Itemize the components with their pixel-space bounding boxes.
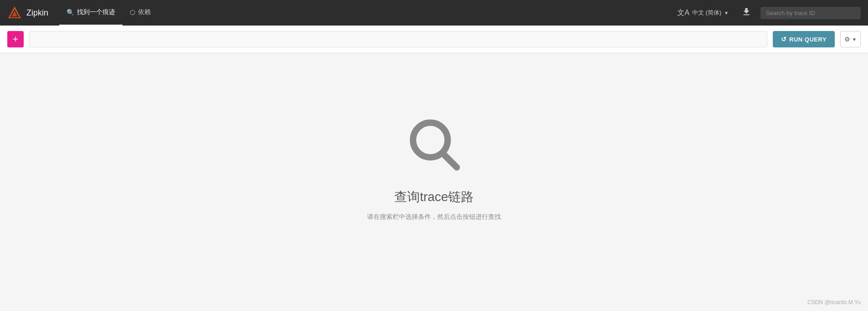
nav-dependencies-label: 依赖	[138, 8, 151, 16]
lang-label: 中文 (简体)	[692, 9, 721, 17]
main-nav: 🔍 找到一个痕迹 ⬡ 依赖	[59, 0, 674, 26]
run-query-button[interactable]: ↺ RUN QUERY	[773, 31, 835, 47]
search-illustration	[402, 114, 466, 177]
dependencies-nav-icon: ⬡	[130, 9, 135, 16]
refresh-icon: ↺	[781, 36, 787, 43]
trace-id-search-input[interactable]	[761, 7, 861, 19]
add-criterion-button[interactable]: +	[7, 31, 24, 47]
svg-line-4	[443, 154, 457, 167]
gear-icon: ⚙	[844, 36, 850, 43]
nav-dependencies[interactable]: ⬡ 依赖	[123, 0, 158, 26]
empty-state-subtitle: 请在搜索栏中选择条件，然后点击按钮进行查找	[367, 213, 501, 221]
nav-find-trace-label: 找到一个痕迹	[77, 8, 115, 16]
nav-find-trace[interactable]: 🔍 找到一个痕迹	[59, 0, 123, 26]
upload-button[interactable]	[738, 5, 755, 21]
footer-credit: CSDN @ricardo.M.Yu	[807, 299, 861, 306]
language-selector[interactable]: 文A 中文 (简体) ▼	[674, 6, 732, 20]
upload-icon	[741, 7, 751, 17]
settings-button[interactable]: ⚙ ▼	[840, 31, 861, 47]
run-query-label: RUN QUERY	[789, 36, 827, 43]
chevron-down-icon: ▼	[724, 10, 729, 16]
empty-state-title: 查询trace链路	[394, 188, 474, 206]
search-nav-icon: 🔍	[66, 9, 74, 16]
app-title: Zipkin	[26, 8, 48, 18]
navbar: Zipkin 🔍 找到一个痕迹 ⬡ 依赖 文A 中文 (简体) ▼	[0, 0, 868, 26]
brand: Zipkin	[7, 5, 48, 20]
search-bar[interactable]	[29, 31, 767, 47]
toolbar: + ↺ RUN QUERY ⚙ ▼	[0, 26, 868, 53]
plus-icon: +	[13, 33, 19, 45]
zipkin-logo	[7, 5, 22, 20]
translate-icon: 文A	[677, 8, 689, 18]
main-content: 查询trace链路 请在搜索栏中选择条件，然后点击按钮进行查找	[0, 53, 868, 281]
navbar-right: 文A 中文 (简体) ▼	[674, 5, 861, 21]
empty-state: 查询trace链路 请在搜索栏中选择条件，然后点击按钮进行查找	[367, 114, 501, 221]
settings-chevron-icon: ▼	[852, 37, 857, 42]
